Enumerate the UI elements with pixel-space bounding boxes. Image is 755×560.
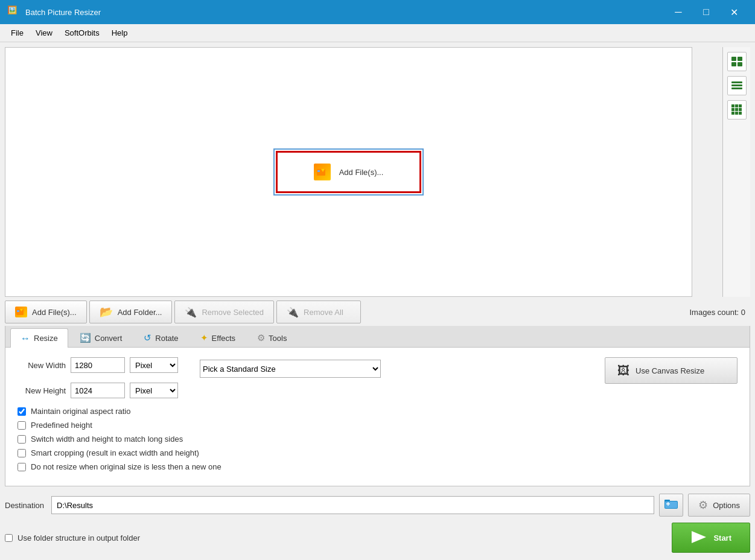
svg-rect-5	[731, 62, 736, 66]
convert-tab-label: Convert	[95, 334, 123, 343]
remove-selected-icon: 🔌	[185, 307, 197, 318]
folder-browse-icon	[664, 498, 678, 513]
svg-rect-21	[17, 310, 19, 312]
new-width-input[interactable]	[71, 357, 125, 373]
canvas-resize-icon: 🖼	[617, 364, 629, 378]
svg-marker-27	[692, 531, 706, 543]
smart-cropping-label[interactable]: Smart cropping (result in exact width an…	[31, 448, 199, 457]
svg-rect-4	[737, 57, 742, 61]
bottom-area: Destination ⚙ Options	[5, 490, 750, 520]
new-height-input[interactable]	[71, 383, 125, 398]
svg-rect-10	[731, 104, 734, 107]
svg-rect-8	[731, 84, 742, 86]
switch-width-height-row: Switch width and height to match long si…	[18, 434, 737, 444]
add-files-center-button[interactable]: Add File(s)...	[276, 151, 422, 193]
predefined-height-label[interactable]: Predefined height	[31, 421, 92, 430]
height-unit-select[interactable]: Pixel Percent Inch Cm	[130, 383, 178, 398]
svg-rect-24	[665, 501, 677, 508]
tab-resize[interactable]: ↔ Resize	[10, 328, 68, 348]
menu-help[interactable]: Help	[106, 26, 134, 40]
svg-rect-9	[731, 88, 742, 89]
app-icon: 🖼️	[7, 5, 21, 19]
add-folder-icon: 📂	[100, 305, 113, 319]
predefined-height-checkbox[interactable]	[18, 421, 26, 430]
menu-file[interactable]: File	[5, 26, 30, 40]
width-unit-select[interactable]: Pixel Percent Inch Cm	[130, 357, 178, 373]
new-height-row: New Height Pixel Percent Inch Cm	[18, 383, 178, 398]
do-not-resize-row: Do not resize when original size is less…	[18, 462, 737, 471]
new-width-label: New Width	[18, 361, 66, 370]
svg-rect-6	[737, 62, 742, 66]
switch-width-height-label[interactable]: Switch width and height to match long si…	[31, 434, 183, 444]
start-icon	[690, 530, 707, 546]
tab-effects[interactable]: ✦ Effects	[190, 328, 246, 347]
do-not-resize-label[interactable]: Do not resize when original size is less…	[31, 462, 221, 471]
tab-tools[interactable]: ⚙ Tools	[247, 328, 297, 347]
thumbnail-view-button[interactable]	[727, 52, 747, 71]
grid-view-button[interactable]	[727, 100, 747, 119]
do-not-resize-checkbox[interactable]	[18, 463, 26, 471]
maximize-button[interactable]: □	[692, 0, 720, 24]
add-files-icon	[15, 307, 27, 317]
rotate-tab-icon: ↺	[144, 332, 151, 343]
use-folder-structure-label[interactable]: Use folder structure in output folder	[18, 533, 140, 542]
canvas-resize-label: Use Canvas Resize	[636, 366, 704, 375]
use-folder-structure-checkbox[interactable]	[5, 534, 13, 542]
images-count: Images count: 0	[690, 308, 751, 317]
menu-softorbits[interactable]: SoftOrbits	[59, 26, 106, 40]
svg-rect-11	[735, 104, 738, 107]
add-files-center-icon	[314, 164, 331, 180]
app-title: Batch Picture Resizer	[25, 8, 664, 17]
svg-rect-18	[739, 112, 742, 115]
remove-all-button[interactable]: 🔌 Remove All	[276, 301, 361, 323]
canvas-resize-button[interactable]: 🖼 Use Canvas Resize	[605, 357, 737, 384]
options-button[interactable]: ⚙ Options	[688, 494, 750, 517]
new-width-row: New Width Pixel Percent Inch Cm	[18, 357, 178, 373]
convert-tab-icon: 🔄	[80, 332, 91, 343]
svg-rect-2	[317, 170, 320, 172]
resize-tab-icon: ↔	[21, 333, 30, 344]
remove-selected-button[interactable]: 🔌 Remove Selected	[174, 301, 274, 323]
tabs-panel: ↔ Resize 🔄 Convert ↺ Rotate ✦ Effects ⚙ …	[5, 326, 750, 486]
tab-convert[interactable]: 🔄 Convert	[69, 328, 133, 347]
remove-selected-label: Remove Selected	[202, 308, 264, 317]
svg-rect-13	[731, 108, 734, 111]
smart-cropping-checkbox[interactable]	[18, 449, 26, 457]
remove-all-label: Remove All	[304, 308, 343, 317]
title-bar: 🖼️ Batch Picture Resizer ─ □ ✕	[0, 0, 755, 24]
add-files-button[interactable]: Add File(s)...	[5, 301, 87, 323]
switch-width-height-checkbox[interactable]	[18, 435, 26, 444]
list-view-button[interactable]	[727, 76, 747, 95]
maintain-aspect-ratio-label[interactable]: Maintain original aspect ratio	[31, 407, 130, 416]
destination-input[interactable]	[51, 496, 654, 514]
file-list-wrapper: Add File(s)...	[5, 47, 750, 297]
view-sidebar	[722, 47, 750, 297]
minimize-button[interactable]: ─	[664, 0, 692, 24]
maintain-aspect-ratio-checkbox[interactable]	[18, 407, 26, 416]
start-button[interactable]: Start	[672, 523, 750, 553]
folder-browse-button[interactable]	[659, 494, 683, 517]
standard-size-select[interactable]: Pick a Standard Size 800x600 1024x768 12…	[200, 360, 381, 378]
main-content: Add File(s)...	[0, 42, 755, 560]
svg-rect-17	[735, 112, 738, 115]
toolbar: Add File(s)... 📂 Add Folder... 🔌 Remove …	[5, 301, 750, 326]
add-folder-label: Add Folder...	[118, 308, 162, 317]
file-list-area: Add File(s)...	[5, 47, 692, 297]
tab-rotate[interactable]: ↺ Rotate	[133, 328, 188, 347]
menu-view[interactable]: View	[30, 26, 59, 40]
rotate-tab-label: Rotate	[155, 334, 178, 343]
maintain-aspect-ratio-row: Maintain original aspect ratio	[18, 407, 737, 416]
menu-bar: File View SoftOrbits Help	[0, 24, 755, 42]
window-controls: ─ □ ✕	[664, 0, 748, 24]
close-button[interactable]: ✕	[720, 0, 748, 24]
tools-tab-icon: ⚙	[257, 332, 265, 343]
svg-rect-14	[735, 108, 738, 111]
options-icon: ⚙	[698, 498, 708, 512]
add-files-center-label: Add File(s)...	[339, 168, 384, 177]
add-folder-button[interactable]: 📂 Add Folder...	[89, 301, 173, 323]
svg-rect-7	[731, 81, 742, 83]
add-files-label: Add File(s)...	[32, 308, 77, 317]
resize-tab-label: Resize	[34, 334, 58, 343]
predefined-height-row: Predefined height	[18, 421, 737, 430]
effects-tab-label: Effects	[212, 334, 236, 343]
